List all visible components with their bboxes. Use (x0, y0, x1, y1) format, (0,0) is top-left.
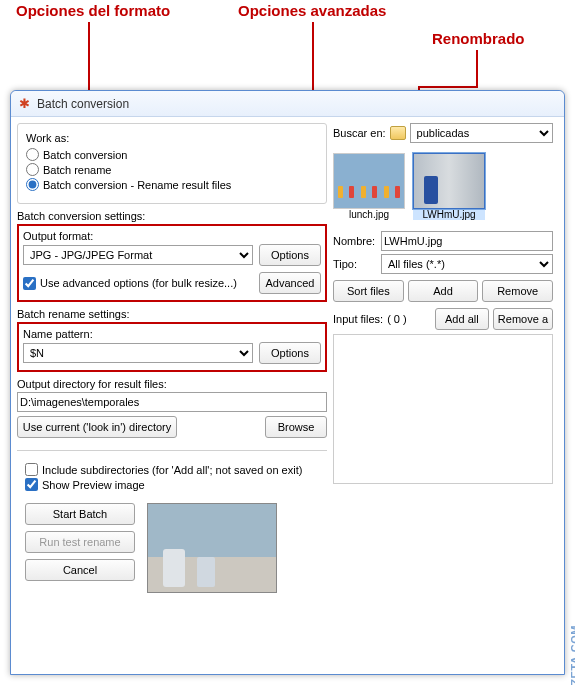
radio-batch-rename[interactable]: Batch rename (26, 163, 318, 176)
add-all-button[interactable]: Add all (435, 308, 489, 330)
output-format-label: Output format: (23, 230, 321, 242)
file-name-input[interactable] (381, 231, 553, 251)
name-pattern-label: Name pattern: (23, 328, 321, 340)
look-in-label: Buscar en: (333, 127, 386, 139)
folder-icon (390, 126, 406, 140)
name-pattern-select[interactable]: $N (23, 343, 253, 363)
file-name-label: Nombre: (333, 235, 377, 247)
use-advanced-checkbox[interactable]: Use advanced options (for bulk resize...… (23, 277, 253, 290)
conv-settings-label: Batch conversion settings: (17, 210, 327, 222)
watermark: EMEZETA.COM (569, 625, 575, 685)
file-type-select[interactable]: All files (*.*) (381, 254, 553, 274)
format-options-button[interactable]: Options (259, 244, 321, 266)
preview-image (147, 503, 277, 593)
checkbox-input[interactable] (25, 463, 38, 476)
input-files-label: Input files: (333, 313, 383, 325)
thumbnail-label: lunch.jpg (333, 209, 405, 220)
format-options-highlight: Output format: JPG - JPG/JPEG Format Opt… (17, 224, 327, 302)
output-dir-input[interactable] (17, 392, 327, 412)
annotation-line (476, 50, 478, 86)
advanced-button[interactable]: Advanced (259, 272, 321, 294)
run-test-rename-button[interactable]: Run test rename (25, 531, 135, 553)
app-icon: ✱ (17, 97, 31, 111)
thumbnail-label: LWHmU.jpg (413, 209, 485, 220)
thumbnail-image (333, 153, 405, 209)
remove-button[interactable]: Remove (482, 280, 553, 302)
cancel-button[interactable]: Cancel (25, 559, 135, 581)
radio-batch-convert-rename[interactable]: Batch conversion - Rename result files (26, 178, 318, 191)
include-subdirs-checkbox[interactable]: Include subdirectories (for 'Add all'; n… (25, 463, 319, 476)
annotation-line (418, 86, 478, 88)
browse-button[interactable]: Browse (265, 416, 327, 438)
radio-input[interactable] (26, 178, 39, 191)
output-dir-label: Output directory for result files: (17, 378, 327, 390)
annotation-advanced-options: Opciones avanzadas (238, 2, 386, 19)
radio-input[interactable] (26, 163, 39, 176)
radio-batch-conversion[interactable]: Batch conversion (26, 148, 318, 161)
window-title: Batch conversion (37, 97, 129, 111)
file-type-label: Tipo: (333, 258, 377, 270)
remove-all-button[interactable]: Remove a (493, 308, 553, 330)
use-current-dir-button[interactable]: Use current ('look in') directory (17, 416, 177, 438)
look-in-select[interactable]: publicadas (410, 123, 553, 143)
checkbox-input[interactable] (23, 277, 36, 290)
radio-input[interactable] (26, 148, 39, 161)
batch-conversion-window: ✱ Batch conversion Work as: Batch conver… (10, 90, 565, 675)
input-files-list[interactable] (333, 334, 553, 484)
titlebar[interactable]: ✱ Batch conversion (11, 91, 564, 117)
annotation-renaming: Renombrado (432, 30, 525, 47)
start-batch-button[interactable]: Start Batch (25, 503, 135, 525)
annotation-format-options: Opciones del formato (16, 2, 170, 19)
input-files-count: ( 0 ) (387, 313, 407, 325)
rename-options-button[interactable]: Options (259, 342, 321, 364)
rename-settings-label: Batch rename settings: (17, 308, 327, 320)
look-in-row: Buscar en: publicadas (333, 123, 553, 143)
add-button[interactable]: Add (408, 280, 479, 302)
checkbox-input[interactable] (25, 478, 38, 491)
output-format-select[interactable]: JPG - JPG/JPEG Format (23, 245, 253, 265)
file-thumbnails: lunch.jpg LWHmU.jpg (333, 149, 553, 228)
thumbnail-image (413, 153, 485, 209)
sort-files-button[interactable]: Sort files (333, 280, 404, 302)
rename-highlight: Name pattern: $N Options (17, 322, 327, 372)
file-thumb[interactable]: LWHmU.jpg (413, 153, 485, 220)
show-preview-checkbox[interactable]: Show Preview image (25, 478, 319, 491)
work-as-label: Work as: (26, 132, 318, 144)
file-thumb[interactable]: lunch.jpg (333, 153, 405, 220)
work-as-group: Work as: Batch conversion Batch rename B… (17, 123, 327, 204)
